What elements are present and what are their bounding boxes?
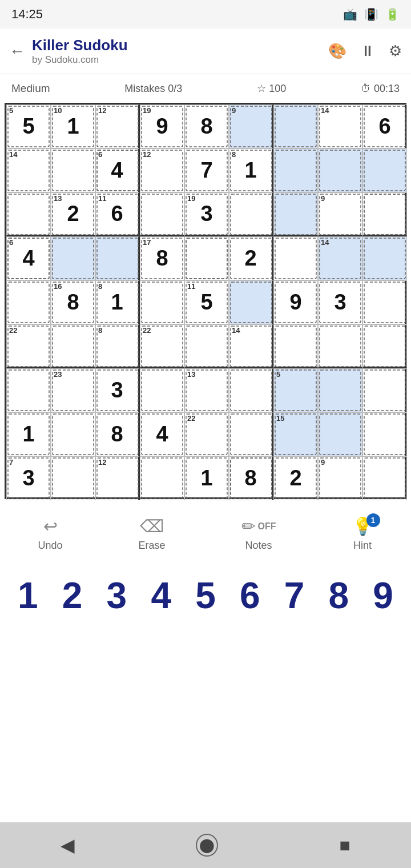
cell-r2-c0[interactable] [6,192,51,236]
num-btn-6[interactable]: 6 [233,574,267,617]
cell-r2-c4[interactable]: 193 [184,192,229,236]
cell-r6-c1[interactable]: 23 [51,368,95,412]
cell-r5-c3[interactable]: 22 [140,324,184,368]
cell-r6-c2[interactable]: 3 [95,368,140,412]
cell-r3-c4[interactable] [184,236,229,280]
cell-r6-c6[interactable]: 5 [273,368,318,412]
num-btn-7[interactable]: 7 [277,574,311,617]
cell-r7-c7[interactable] [318,412,362,456]
cell-r2-c2[interactable]: 116 [95,192,140,236]
cell-r1-c1[interactable] [51,148,95,192]
cell-r4-c3[interactable] [140,280,184,324]
cell-r5-c2[interactable]: 8 [95,324,140,368]
cell-r7-c2[interactable]: 8 [95,412,140,456]
cell-r3-c3[interactable]: 178 [140,236,184,280]
cell-r8-c2[interactable]: 12 [95,456,140,500]
back-button[interactable]: ← [9,42,25,61]
cell-r3-c0[interactable]: 64 [6,236,51,280]
cell-r0-c1[interactable]: 101 [51,105,95,148]
cell-r5-c5[interactable]: 14 [229,324,273,368]
hint-button[interactable]: 💡 1 Hint [352,516,373,552]
cell-r8-c6[interactable]: 2 [273,456,318,500]
cell-r0-c5[interactable]: 9 [229,105,273,148]
cell-r8-c8[interactable] [362,456,407,500]
cell-r7-c3[interactable]: 4 [140,412,184,456]
cell-r0-c0[interactable]: 55 [6,105,51,148]
cell-r1-c2[interactable]: 64 [95,148,140,192]
cell-r7-c5[interactable] [229,412,273,456]
cell-r1-c6[interactable] [273,148,318,192]
cell-r2-c5[interactable] [229,192,273,236]
num-btn-9[interactable]: 9 [366,574,400,617]
cell-r4-c0[interactable] [6,280,51,324]
num-btn-2[interactable]: 2 [55,574,90,617]
cell-r3-c5[interactable]: 2 [229,236,273,280]
settings-icon[interactable]: ⚙ [389,42,402,60]
cell-r5-c7[interactable] [318,324,362,368]
cell-r6-c0[interactable] [6,368,51,412]
cell-r6-c7[interactable] [318,368,362,412]
pause-icon[interactable]: ⏸ [360,42,375,60]
cell-r6-c5[interactable] [229,368,273,412]
num-btn-8[interactable]: 8 [321,574,356,617]
num-btn-1[interactable]: 1 [11,574,45,617]
cell-r5-c8[interactable] [362,324,407,368]
cell-r0-c6[interactable] [273,105,318,148]
nav-back-button[interactable]: ◀ [61,834,75,856]
nav-home-button[interactable]: ⬤ [196,834,218,857]
cell-r4-c2[interactable]: 81 [95,280,140,324]
cell-r1-c5[interactable]: 81 [229,148,273,192]
cell-r8-c4[interactable]: 1 [184,456,229,500]
palette-icon[interactable]: 🎨 [328,42,346,60]
num-btn-3[interactable]: 3 [99,574,134,617]
cell-r8-c0[interactable]: 73 [6,456,51,500]
cell-r5-c6[interactable] [273,324,318,368]
cell-r1-c0[interactable]: 14 [6,148,51,192]
cell-r5-c0[interactable]: 22 [6,324,51,368]
cell-r0-c2[interactable]: 12 [95,105,140,148]
cell-r1-c8[interactable] [362,148,407,192]
cell-r3-c7[interactable]: 14 [318,236,362,280]
cell-r4-c5[interactable] [229,280,273,324]
cell-r4-c7[interactable]: 3 [318,280,362,324]
cell-r8-c3[interactable] [140,456,184,500]
undo-button[interactable]: ↩ Undo [38,516,62,552]
sudoku-grid[interactable]: 5510112199891461464127811321161939641782… [5,103,406,499]
cell-r2-c8[interactable] [362,192,407,236]
cell-r3-c6[interactable] [273,236,318,280]
cell-r7-c8[interactable] [362,412,407,456]
num-btn-4[interactable]: 4 [144,574,178,617]
cell-r5-c1[interactable] [51,324,95,368]
cell-r7-c0[interactable]: 1 [6,412,51,456]
cell-r6-c8[interactable] [362,368,407,412]
cell-r7-c6[interactable]: 15 [273,412,318,456]
cell-r6-c4[interactable]: 13 [184,368,229,412]
cell-r8-c5[interactable]: 8 [229,456,273,500]
erase-button[interactable]: ⌫ Erase [139,516,166,552]
cell-r7-c1[interactable] [51,412,95,456]
cell-r3-c2[interactable] [95,236,140,280]
cell-r4-c8[interactable] [362,280,407,324]
cell-r8-c1[interactable] [51,456,95,500]
cell-r2-c6[interactable] [273,192,318,236]
num-btn-5[interactable]: 5 [188,574,223,617]
cell-r7-c4[interactable]: 22 [184,412,229,456]
cell-r5-c4[interactable] [184,324,229,368]
cell-r1-c7[interactable] [318,148,362,192]
cell-r2-c1[interactable]: 132 [51,192,95,236]
cell-r4-c6[interactable]: 9 [273,280,318,324]
cell-r6-c3[interactable] [140,368,184,412]
cell-r2-c7[interactable]: 9 [318,192,362,236]
nav-recent-button[interactable]: ■ [340,835,350,856]
notes-button[interactable]: ✏ OFF Notes [241,516,276,552]
cell-r0-c3[interactable]: 199 [140,105,184,148]
cell-r3-c8[interactable] [362,236,407,280]
cell-r0-c4[interactable]: 8 [184,105,229,148]
cell-r2-c3[interactable] [140,192,184,236]
cell-r3-c1[interactable] [51,236,95,280]
cell-r8-c7[interactable]: 9 [318,456,362,500]
cell-r0-c7[interactable]: 14 [318,105,362,148]
cell-r1-c4[interactable]: 7 [184,148,229,192]
cell-r4-c4[interactable]: 115 [184,280,229,324]
cell-r0-c8[interactable]: 6 [362,105,407,148]
